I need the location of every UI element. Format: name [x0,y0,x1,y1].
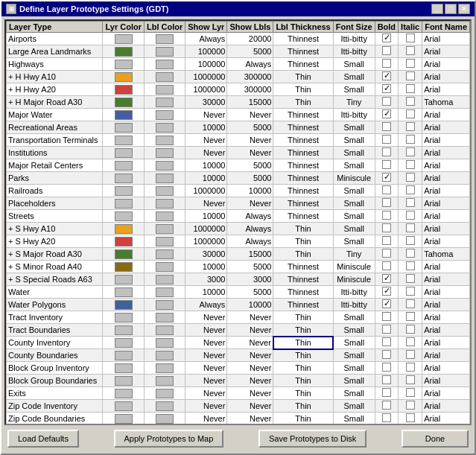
italic-checkbox[interactable] [406,350,415,359]
cell-bold[interactable] [375,235,398,248]
table-row[interactable]: ExitsNeverNeverThinSmallArial [7,387,470,400]
bold-checkbox[interactable] [382,46,391,55]
cell-lyr-color[interactable] [103,324,145,337]
cell-lyr-color[interactable] [103,299,145,311]
italic-checkbox[interactable] [406,147,415,156]
minimize-button[interactable]: _ [431,4,443,14]
italic-checkbox[interactable] [406,198,415,207]
cell-lyr-color[interactable] [103,311,145,324]
cell-italic[interactable] [399,324,422,337]
cell-bold[interactable] [375,83,398,96]
cell-bold[interactable] [375,273,398,286]
cell-bold[interactable] [375,375,398,387]
table-row[interactable]: PlaceholdersNeverNeverThinnestSmallArial [7,197,470,210]
table-row[interactable]: Zip Code BoundariesNeverNeverThinSmallAr… [7,413,470,425]
table-row[interactable]: Zip Code InventoryNeverNeverThinSmallAri… [7,400,470,413]
cell-italic[interactable] [399,58,422,71]
bold-checkbox[interactable] [382,325,391,334]
cell-lbl-color[interactable] [144,210,185,223]
table-row[interactable]: Water100005000ThinnestItti-bittyArial [7,286,470,299]
italic-checkbox[interactable] [406,84,415,93]
cell-lbl-color[interactable] [144,71,185,83]
italic-checkbox[interactable] [406,312,415,321]
table-row[interactable]: InstitutionsNeverNeverThinnestSmallArial [7,147,470,159]
cell-lbl-color[interactable] [144,172,185,185]
close-button[interactable]: ✕ [458,4,470,14]
cell-italic[interactable] [399,185,422,197]
cell-lbl-color[interactable] [144,45,185,58]
table-row[interactable]: Tract BoundariesNeverNeverThinSmallArial [7,324,470,337]
cell-italic[interactable] [399,273,422,286]
bold-checkbox[interactable] [382,147,391,156]
cell-italic[interactable] [399,223,422,235]
cell-lyr-color[interactable] [103,185,145,197]
cell-lyr-color[interactable] [103,197,145,210]
cell-italic[interactable] [399,387,422,400]
table-row[interactable]: Streets10000AlwaysThinnestSmallArial [7,210,470,223]
bold-checkbox[interactable] [382,413,391,422]
cell-italic[interactable] [399,375,422,387]
table-row[interactable]: Tract InventoryNeverNeverThinSmallArial [7,311,470,324]
cell-italic[interactable] [399,349,422,362]
table-row[interactable]: County BoundariesNeverNeverThinSmallAria… [7,349,470,362]
apply-prototypes-button[interactable]: Apply Prototypes to Map [114,430,224,448]
italic-checkbox[interactable] [406,71,415,80]
cell-lyr-color[interactable] [103,159,145,172]
italic-checkbox[interactable] [406,337,415,346]
cell-italic[interactable] [399,172,422,185]
cell-lyr-color[interactable] [103,261,145,273]
table-row[interactable]: + S Special Roads A6330003000ThinnestMin… [7,273,470,286]
cell-lbl-color[interactable] [144,362,185,375]
cell-lyr-color[interactable] [103,147,145,159]
cell-italic[interactable] [399,337,422,349]
cell-lyr-color[interactable] [103,375,145,387]
cell-lbl-color[interactable] [144,400,185,413]
cell-bold[interactable] [375,337,398,349]
table-row[interactable]: Large Area Landmarks1000005000ThinnestIt… [7,45,470,58]
cell-italic[interactable] [399,311,422,324]
cell-lbl-color[interactable] [144,121,185,134]
bold-checkbox[interactable] [382,211,391,220]
save-prototypes-button[interactable]: Save Prototypes to Disk [258,430,366,448]
cell-lyr-color[interactable] [103,223,145,235]
cell-italic[interactable] [399,413,422,425]
bold-checkbox[interactable] [382,312,391,321]
cell-bold[interactable] [375,362,398,375]
cell-italic[interactable] [399,235,422,248]
cell-bold[interactable] [375,387,398,400]
italic-checkbox[interactable] [406,236,415,245]
bold-checkbox[interactable] [382,236,391,245]
cell-italic[interactable] [399,96,422,109]
bold-checkbox[interactable] [382,173,391,182]
italic-checkbox[interactable] [406,363,415,372]
cell-lbl-color[interactable] [144,349,185,362]
italic-checkbox[interactable] [406,109,415,118]
table-row[interactable]: Parks100005000ThinnestMinisculeArial [7,172,470,185]
cell-lbl-color[interactable] [144,387,185,400]
bold-checkbox[interactable] [382,363,391,372]
cell-italic[interactable] [399,83,422,96]
maximize-button[interactable]: □ [445,4,457,14]
italic-checkbox[interactable] [406,59,415,68]
italic-checkbox[interactable] [406,401,415,410]
cell-lbl-color[interactable] [144,337,185,349]
italic-checkbox[interactable] [406,249,415,258]
table-row[interactable]: Block Group InventoryNeverNeverThinSmall… [7,362,470,375]
cell-bold[interactable] [375,223,398,235]
bold-checkbox[interactable] [382,337,391,346]
cell-lyr-color[interactable] [103,109,145,121]
cell-bold[interactable] [375,45,398,58]
italic-checkbox[interactable] [406,223,415,232]
cell-italic[interactable] [399,33,422,45]
table-row[interactable]: + S Hwy A101000000AlwaysThinSmallArial [7,223,470,235]
cell-lyr-color[interactable] [103,121,145,134]
table-row[interactable]: AirportsAlways20000ThinnestItti-bittyAri… [7,33,470,45]
table-row[interactable]: + S Hwy A201000000AlwaysThinSmallArial [7,235,470,248]
italic-checkbox[interactable] [406,388,415,397]
bold-checkbox[interactable] [382,34,391,42]
italic-checkbox[interactable] [406,97,415,106]
bold-checkbox[interactable] [382,299,391,308]
italic-checkbox[interactable] [406,375,415,384]
cell-lbl-color[interactable] [144,273,185,286]
table-container[interactable]: Layer Type Lyr Color Lbl Color Show Lyr … [4,19,472,425]
